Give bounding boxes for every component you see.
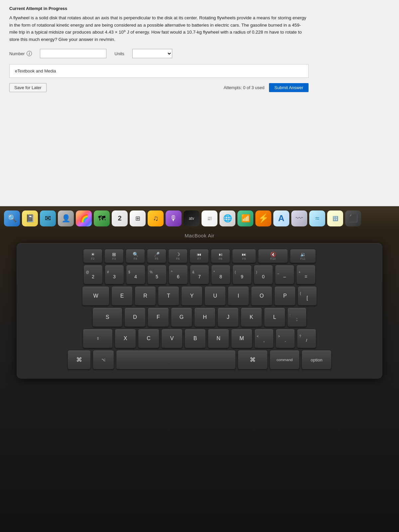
key-f2[interactable]: ☀ F2 [83, 249, 102, 263]
asdf-row: S D F G H J K L : ; [23, 308, 376, 327]
key-at-2[interactable]: @ 2 [83, 265, 103, 284]
fn-key-row: ☀ F2 ⊞ F3 🔍 F4 🎤 F5 ☽ F6 [23, 249, 376, 263]
dock-icon-mail[interactable]: ✉ [40, 210, 56, 226]
keyboard-wrapper: ☀ F2 ⊞ F3 🔍 F4 🎤 F5 ☽ F6 [0, 238, 399, 532]
dock-icon-a[interactable]: A [273, 210, 289, 226]
key-dash[interactable]: _ – [275, 265, 294, 284]
key-w[interactable]: W [82, 286, 109, 306]
key-alt-left[interactable]: ⌥ [93, 350, 114, 369]
dock-icon-podcast[interactable]: 🎙 [166, 210, 182, 226]
key-t[interactable]: T [158, 286, 179, 306]
units-label: Units [114, 51, 124, 56]
bottom-key-row: ⌘ ⌥ ⌘ command option [23, 350, 376, 369]
key-f7[interactable]: ⏮ F7 [190, 249, 209, 263]
command-label: command [277, 358, 293, 362]
attempts-text: Attempts: 0 of 3 used [223, 85, 264, 90]
zxcv-row: ⇧ X C V B N M < , > . ? / [23, 329, 376, 348]
browser-content: Current Attempt in Progress A flywheel i… [0, 0, 399, 206]
dock-icon-notes[interactable]: 📓 [22, 210, 38, 226]
key-percent-5[interactable]: % 5 [147, 265, 167, 284]
key-f11[interactable]: 🔉 F11 [290, 249, 316, 263]
submit-answer-button[interactable]: Submit Answer [269, 83, 309, 92]
key-colon[interactable]: : ; [287, 308, 307, 327]
key-p[interactable]: P [274, 286, 296, 306]
key-cmd-right-icon[interactable]: ⌘ [238, 350, 268, 369]
dock-icon-tile2[interactable]: ⬛ [345, 210, 361, 226]
key-lbracket[interactable]: { [ [298, 286, 317, 306]
dock-icon-chrome[interactable]: 🌐 [219, 210, 235, 226]
dock-icon-maps[interactable]: 🗺 [94, 210, 110, 226]
units-select[interactable] [132, 49, 172, 58]
key-j[interactable]: J [217, 308, 239, 327]
dock-icon-clock[interactable]: ⊞ [130, 210, 146, 226]
key-gt[interactable]: > . [276, 329, 295, 348]
key-k[interactable]: K [241, 308, 262, 327]
dock-icon-news[interactable]: 📰 [201, 210, 217, 226]
key-n[interactable]: N [208, 329, 229, 348]
key-v[interactable]: V [161, 329, 183, 348]
attempt-label: Current Attempt in Progress [9, 6, 390, 11]
dock-bar: 🔍 📓 ✉ 👤 🌈 🗺 2 ⊞ ♫ 🎙 atv 📰 🌐 📶 ⚡ A 〰 ≈ 🔢 … [0, 206, 399, 230]
key-shift-left[interactable]: ⇧ [83, 329, 113, 348]
key-m[interactable]: M [231, 329, 252, 348]
key-i[interactable]: I [228, 286, 249, 306]
key-f5[interactable]: 🎤 F5 [147, 249, 166, 263]
qwerty-row: W E R T Y U I O P { [ [23, 286, 376, 306]
key-g[interactable]: G [171, 308, 192, 327]
dock-icon-contacts[interactable]: 👤 [58, 210, 74, 226]
dock-icon-finder[interactable]: 🔍 [4, 210, 20, 226]
dock-icon-music[interactable]: ♫ [148, 210, 164, 226]
key-question[interactable]: ? / [297, 329, 316, 348]
key-f[interactable]: F [148, 308, 169, 327]
dock-icon-photos[interactable]: 🌈 [76, 210, 92, 226]
key-s[interactable]: S [92, 308, 122, 327]
dock-icon-appletv[interactable]: atv [184, 210, 200, 226]
macbook-label: MacBook Air [185, 233, 214, 238]
key-f8[interactable]: ⏯ F8 [211, 249, 230, 263]
key-spacebar[interactable] [116, 350, 236, 369]
answer-input-row: Number i Units [9, 49, 390, 58]
number-input[interactable] [40, 49, 106, 58]
key-star-8[interactable]: * 8 [211, 265, 230, 284]
mac-bottom-area: 🔍 📓 ✉ 👤 🌈 🗺 2 ⊞ ♫ 🎙 atv 📰 🌐 📶 ⚡ A 〰 ≈ 🔢 … [0, 206, 399, 532]
dock-icon-tile1[interactable]: 🔢 [327, 210, 343, 226]
key-c[interactable]: C [138, 329, 159, 348]
key-x[interactable]: X [115, 329, 136, 348]
key-o[interactable]: O [251, 286, 272, 306]
key-e[interactable]: E [111, 286, 133, 306]
key-f10[interactable]: 🔇 F10 [258, 249, 288, 263]
key-h[interactable]: H [194, 308, 215, 327]
bottom-row: Save for Later Attempts: 0 of 3 used Sub… [9, 83, 309, 92]
key-b[interactable]: B [185, 329, 206, 348]
key-f6[interactable]: ☽ F6 [168, 249, 188, 263]
key-plus[interactable]: + = [296, 265, 316, 284]
key-f3[interactable]: ⊞ F3 [104, 249, 124, 263]
key-cmd-left-icon[interactable]: ⌘ [67, 350, 91, 369]
attempts-submit-area: Attempts: 0 of 3 used Submit Answer [223, 83, 309, 92]
key-f9[interactable]: ⏭ F9 [232, 249, 256, 263]
dock-icon-slash[interactable]: ⚡ [255, 210, 271, 226]
dock-icon-spiral[interactable]: 〰 [291, 210, 307, 226]
key-amp-7[interactable]: & 7 [190, 265, 209, 284]
number-key-row: @ 2 # 3 $ 4 % 5 ^ 6 [23, 265, 376, 284]
key-u[interactable]: U [204, 286, 226, 306]
key-caret-6[interactable]: ^ 6 [169, 265, 188, 284]
key-y[interactable]: Y [181, 286, 202, 306]
etextbook-box[interactable]: eTextbook and Media [9, 64, 309, 78]
dock-icon-wifi[interactable]: ≈ [309, 210, 325, 226]
key-command-right[interactable]: command [270, 350, 300, 369]
key-d[interactable]: D [124, 308, 146, 327]
key-rparen-0[interactable]: ) 0 [254, 265, 273, 284]
question-text: A flywheel is a solid disk that rotates … [9, 14, 309, 43]
dock-icon-stats[interactable]: 📶 [237, 210, 253, 226]
key-option-right[interactable]: option [302, 350, 332, 369]
dock-icon-calendar[interactable]: 2 [112, 210, 128, 226]
key-lt[interactable]: < , [254, 329, 274, 348]
save-later-button[interactable]: Save for Later [9, 83, 47, 92]
key-f4[interactable]: 🔍 F4 [126, 249, 145, 263]
key-lparen-9[interactable]: ( 9 [232, 265, 252, 284]
key-hash-3[interactable]: # 3 [105, 265, 124, 284]
key-r[interactable]: R [135, 286, 156, 306]
key-l[interactable]: L [264, 308, 285, 327]
key-dollar-4[interactable]: $ 4 [126, 265, 145, 284]
